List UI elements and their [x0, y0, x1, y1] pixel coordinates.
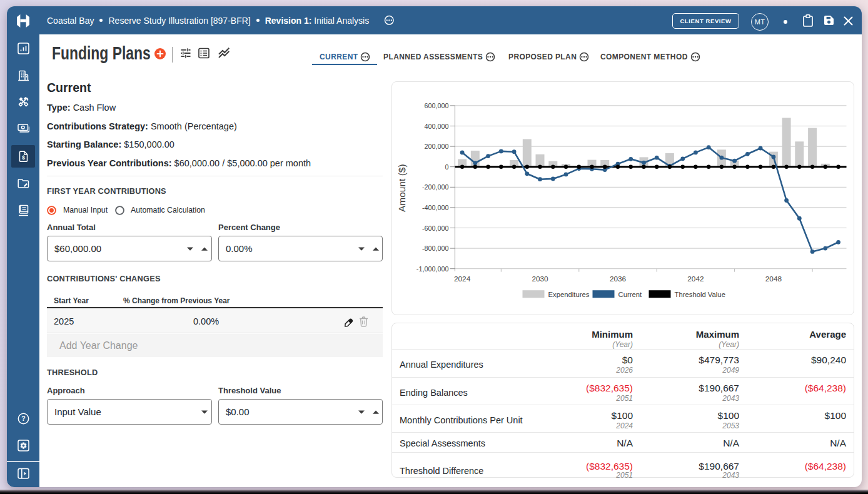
svg-text:600,000: 600,000 [424, 102, 448, 109]
svg-text:0: 0 [445, 163, 448, 171]
svg-text:Current: Current [618, 291, 643, 298]
svg-text:2024: 2024 [454, 275, 471, 283]
svg-text:-400,000: -400,000 [422, 204, 449, 211]
svg-text:$: $ [21, 154, 24, 161]
svg-text:2048: 2048 [765, 275, 782, 283]
svg-text:Threshold Value: Threshold Value [675, 291, 725, 298]
svg-text:Expenditures: Expenditures [548, 291, 590, 298]
svg-text:2036: 2036 [610, 275, 627, 283]
svg-text:2042: 2042 [687, 275, 704, 283]
svg-text:Amount ($): Amount ($) [397, 164, 408, 212]
svg-text:-1,000,000: -1,000,000 [416, 265, 449, 273]
svg-text:-600,000: -600,000 [422, 224, 449, 232]
svg-text:2030: 2030 [532, 275, 548, 283]
svg-text:-200,000: -200,000 [422, 183, 449, 191]
svg-text:400,000: 400,000 [424, 123, 448, 130]
svg-text:200,000: 200,000 [424, 143, 448, 150]
svg-text:?: ? [21, 415, 25, 422]
svg-text:-800,000: -800,000 [422, 244, 449, 252]
